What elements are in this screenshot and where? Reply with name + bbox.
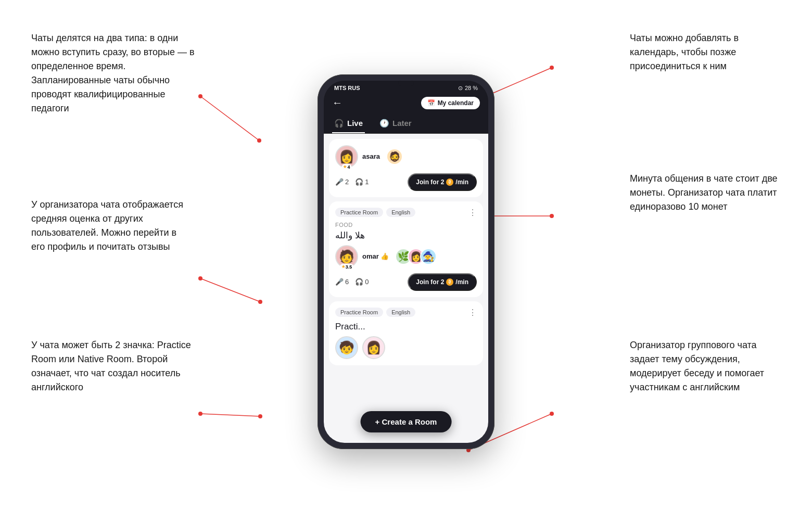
- calendar-button[interactable]: 📅 My calendar: [421, 97, 480, 109]
- host-wrapper-2: 🧑 ★ 3.5: [335, 245, 358, 268]
- coin-icon-1: ₿: [446, 178, 453, 186]
- tab-live-label: Live: [347, 119, 363, 127]
- tag-english-3: English: [386, 308, 415, 317]
- star-icon: ★: [343, 164, 347, 169]
- tags-left-2: Practice Room English: [335, 208, 415, 217]
- host-info-1: asara: [362, 152, 380, 160]
- guest-avatars-2: 🌿 👩 🧙: [395, 248, 437, 265]
- svg-point-13: [550, 214, 554, 218]
- room-bottom-2: 🎤 6 🎧 0 Join for 2 ₿: [335, 273, 477, 291]
- phone-screen: MTS RUS ⊙ 28 % ← 📅 My calendar: [324, 81, 488, 443]
- more-button-2[interactable]: ⋮: [468, 208, 477, 218]
- tab-later[interactable]: 🕐 Later: [377, 114, 414, 133]
- guest-3a: 🧒: [335, 336, 358, 359]
- room-title-2: هلا والله: [335, 230, 477, 241]
- svg-point-7: [198, 412, 202, 416]
- annotation-top-left: Чаты делятся на два типа: в одни можно в…: [31, 31, 198, 116]
- host-wrapper-1: 👩 ★ 4: [335, 145, 358, 168]
- join-button-1[interactable]: Join for 2 ₿ /min: [408, 173, 477, 191]
- svg-point-10: [550, 66, 554, 70]
- tags-row-3: Practice Room English ⋮: [335, 308, 477, 317]
- headphone-stat-1: 🎧 1: [355, 178, 369, 186]
- annotation-mid-left: У организатора чата отображается средняя…: [31, 198, 193, 254]
- rating-badge-1: ★ 4: [341, 164, 351, 170]
- host-info-2: omar 👍: [362, 252, 389, 260]
- svg-point-2: [257, 138, 261, 143]
- guest-avatars-1: 🧔: [386, 148, 403, 165]
- svg-line-0: [200, 96, 259, 141]
- join-button-2[interactable]: Join for 2 ₿ /min: [408, 273, 477, 291]
- headphone-stat-2: 🎧 0: [355, 278, 369, 286]
- room-card-1: 👩 ★ 4 asara 🧔: [329, 139, 483, 197]
- room-card-3: Practice Room English ⋮ Practi... 🧒 👩: [329, 301, 483, 365]
- tags-left-3: Practice Room English: [335, 308, 415, 317]
- mic-stat-2: 🎤 6: [335, 278, 349, 286]
- annotation-bottom-left: У чата может быть 2 значка: Practice Roo…: [31, 338, 193, 394]
- headphone-icon-2: 🎧: [355, 278, 363, 286]
- host-name-1: asara: [362, 152, 380, 160]
- room-top-2: 🧑 ★ 3.5 omar 👍 🌿: [335, 245, 477, 268]
- svg-point-8: [258, 414, 262, 418]
- svg-line-3: [200, 278, 260, 302]
- annotation-mid-right: Минута общения в чате стоит две монеты. …: [630, 172, 781, 214]
- battery-label: ⊙ 28 %: [458, 85, 478, 92]
- annotation-top-right: Чаты можно добавлять в календарь, чтобы …: [630, 31, 781, 73]
- room-card-3-avatars: 🧒 👩: [335, 336, 477, 359]
- headphone-icon: 🎧: [334, 119, 344, 128]
- room-card-2: Practice Room English ⋮ FOOD هلا والله 🧑: [329, 201, 483, 297]
- mic-stat-1: 🎤 2: [335, 178, 349, 186]
- room-topic-2: FOOD: [335, 222, 477, 228]
- room-title-3: Practi...: [335, 322, 477, 332]
- calendar-icon: 📅: [427, 99, 435, 107]
- star-icon-2: ★: [341, 264, 345, 269]
- tab-live[interactable]: 🎧 Live: [332, 114, 365, 133]
- page-container: Чаты делятся на два типа: в одни можно в…: [0, 0, 812, 523]
- battery-icon: ⊙: [458, 85, 463, 92]
- tag-english-2: English: [386, 208, 415, 217]
- phone-notch: [398, 81, 414, 86]
- phone-mockup: MTS RUS ⊙ 28 % ← 📅 My calendar: [318, 74, 494, 449]
- tabs-row: 🎧 Live 🕐 Later: [324, 114, 488, 134]
- room-stats-2: 🎤 6 🎧 0: [335, 278, 369, 286]
- svg-point-4: [198, 276, 202, 280]
- room-stats-1: 🎤 2 🎧 1: [335, 178, 369, 186]
- annotation-bottom-right: Организатор группового чата задает тему …: [630, 338, 781, 394]
- app-content[interactable]: 👩 ★ 4 asara 🧔: [324, 134, 488, 443]
- host-name-2: omar 👍: [362, 252, 389, 260]
- rating-badge-2: ★ 3.5: [340, 264, 354, 270]
- room-top-1: 👩 ★ 4 asara 🧔: [335, 145, 477, 168]
- clock-icon: 🕐: [379, 119, 389, 128]
- tag-practice-2: Practice Room: [335, 208, 383, 217]
- tab-later-label: Later: [392, 119, 412, 127]
- headphone-icon-1: 🎧: [355, 178, 363, 186]
- carrier-label: MTS RUS: [334, 85, 360, 91]
- guest-avatar-2c: 🧙: [420, 248, 437, 265]
- back-button[interactable]: ←: [332, 97, 342, 109]
- phone-outer: MTS RUS ⊙ 28 % ← 📅 My calendar: [318, 74, 494, 449]
- tag-practice-3: Practice Room: [335, 308, 383, 317]
- svg-point-1: [198, 94, 202, 98]
- host-emoji-1: 👩: [339, 149, 354, 164]
- app-header: ← 📅 My calendar: [324, 94, 488, 114]
- guest-avatar-1: 🧔: [386, 148, 403, 165]
- svg-point-5: [258, 300, 262, 304]
- tags-row-2: Practice Room English ⋮: [335, 208, 477, 218]
- svg-point-16: [550, 412, 554, 416]
- mic-icon-1: 🎤: [335, 178, 344, 186]
- svg-line-6: [200, 414, 260, 416]
- mic-icon-2: 🎤: [335, 278, 344, 286]
- coin-icon-2: ₿: [446, 278, 453, 286]
- host-emoji-2: 🧑: [339, 249, 354, 264]
- room-bottom-1: 🎤 2 🎧 1 Join for 2 ₿: [335, 173, 477, 191]
- guest-3b: 👩: [362, 336, 385, 359]
- more-button-3[interactable]: ⋮: [468, 308, 477, 317]
- create-room-button[interactable]: + Create a Room: [361, 411, 452, 432]
